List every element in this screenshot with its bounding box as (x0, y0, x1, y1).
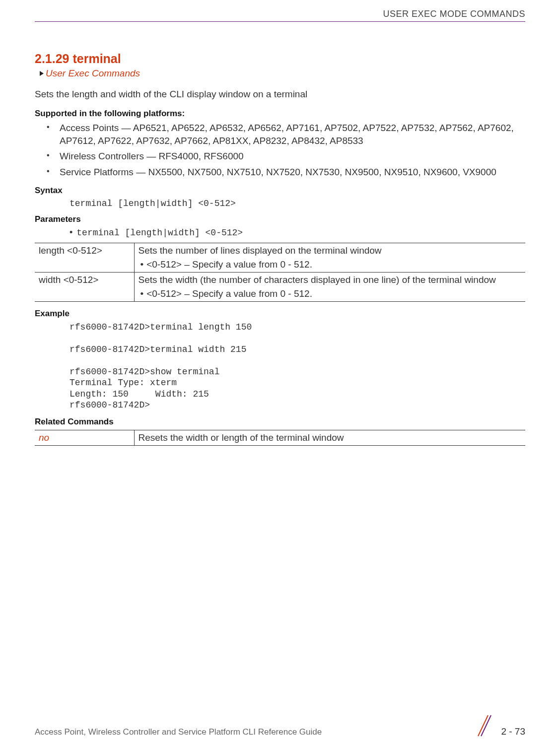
document-page: USER EXEC MODE COMMANDS 2.1.29 terminal … (0, 0, 560, 752)
platforms-heading: Supported in the following platforms: (35, 109, 525, 119)
list-item: Access Points — AP6521, AP6522, AP6532, … (60, 122, 525, 147)
example-code: rfs6000-81742D>terminal length 150 rfs60… (70, 322, 525, 411)
bullet-icon: • (140, 259, 144, 270)
example-heading: Example (35, 309, 525, 319)
parameters-heading: Parameters (35, 214, 525, 224)
platforms-list: Access Points — AP6521, AP6522, AP6532, … (35, 122, 525, 179)
running-head-text: USER EXEC MODE COMMANDS (383, 9, 525, 19)
running-header: USER EXEC MODE COMMANDS (35, 0, 525, 22)
list-item: Service Platforms — NX5500, NX7500, NX75… (60, 166, 525, 179)
related-cmd-name[interactable]: no (35, 430, 134, 445)
footer-right: 2 - 73 (474, 714, 525, 737)
list-item: Wireless Controllers — RFS4000, RFS6000 (60, 150, 525, 163)
param-sub: •<0-512> – Specify a value from 0 - 512. (139, 259, 521, 270)
parameters-bullet: •terminal [length|width] <0-512> (70, 227, 525, 238)
breadcrumb-link[interactable]: User Exec Commands (46, 68, 140, 79)
slash-icon (474, 714, 492, 737)
section-heading: 2.1.29 terminal (35, 52, 525, 66)
bullet-icon: • (70, 227, 72, 237)
syntax-code: terminal [length|width] <0-512> (70, 199, 525, 208)
table-row: no Resets the width or length of the ter… (35, 430, 525, 445)
parameters-bullet-code: terminal [length|width] <0-512> (76, 228, 243, 238)
param-sub: •<0-512> – Specify a value from 0 - 512. (139, 288, 521, 299)
triangle-right-icon (40, 71, 44, 76)
parameters-table: length <0-512> Sets the number of lines … (35, 243, 525, 302)
footer: Access Point, Wireless Controller and Se… (35, 714, 525, 737)
param-name: length <0-512> (35, 243, 134, 272)
related-cmd-desc: Resets the width or length of the termin… (134, 430, 525, 445)
param-desc: Sets the width (the number of characters… (139, 274, 521, 285)
param-desc-cell: Sets the number of lines displayed on th… (134, 243, 525, 272)
bullet-icon: • (140, 288, 144, 299)
related-table: no Resets the width or length of the ter… (35, 430, 525, 446)
table-row: width <0-512> Sets the width (the number… (35, 272, 525, 301)
footer-title: Access Point, Wireless Controller and Se… (35, 727, 322, 737)
param-desc: Sets the number of lines displayed on th… (139, 245, 521, 256)
syntax-heading: Syntax (35, 186, 525, 196)
page-number: 2 - 73 (501, 726, 525, 737)
table-row: length <0-512> Sets the number of lines … (35, 243, 525, 272)
related-heading: Related Commands (35, 417, 525, 427)
param-name: width <0-512> (35, 272, 134, 301)
param-desc-cell: Sets the width (the number of characters… (134, 272, 525, 301)
intro-text: Sets the length and width of the CLI dis… (35, 89, 525, 100)
body: 2.1.29 terminal User Exec Commands Sets … (35, 22, 525, 446)
breadcrumb: User Exec Commands (40, 68, 525, 79)
